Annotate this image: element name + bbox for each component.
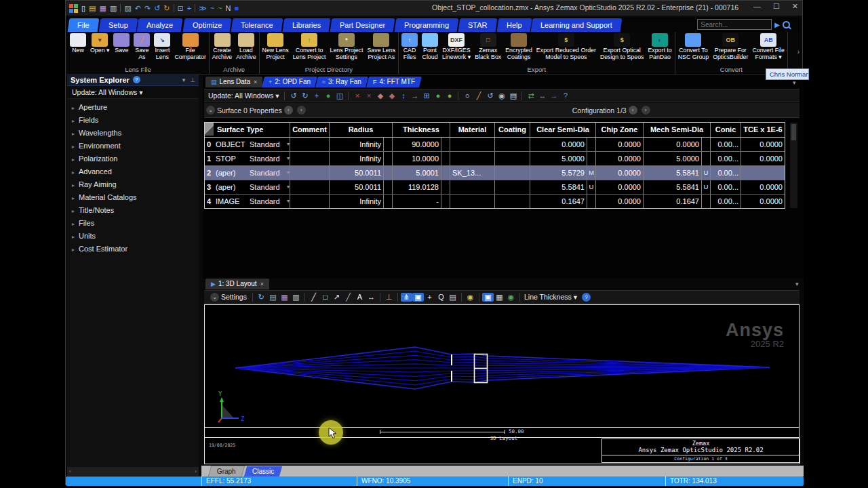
close-button[interactable]: ✕	[792, 2, 798, 11]
dxf-iges-linework-button[interactable]: DXFDXF/IGES Linework ▾	[441, 33, 472, 61]
save-icon[interactable]: ▦	[99, 3, 106, 13]
col-header-coating[interactable]: Coating	[495, 123, 530, 137]
sidebar-item-polarization[interactable]: ▸Polarization	[67, 152, 199, 165]
expand-icon[interactable]: ▸	[72, 234, 75, 240]
update-all-icon[interactable]: ↻	[299, 92, 311, 100]
lens-project-settings-button[interactable]: *Lens Project Settings	[329, 33, 365, 61]
col-header-conic[interactable]: Conic	[711, 123, 741, 137]
settings-button[interactable]: Settings	[221, 293, 247, 301]
record-icon[interactable]: ◉	[505, 293, 517, 302]
comment-cell[interactable]	[290, 152, 330, 165]
conic-cell[interactable]: 0.00...	[711, 195, 741, 208]
table-scrollbar[interactable]	[790, 123, 797, 208]
properties-next-icon[interactable]: ›	[297, 106, 306, 115]
cad-files-button[interactable]: ↑CAD Files	[400, 33, 419, 61]
mech-cell[interactable]: 5.5841	[644, 180, 702, 194]
circle-icon[interactable]: ○	[461, 92, 473, 100]
thickness-cell[interactable]: 5.0001	[393, 166, 441, 180]
expand-icon[interactable]: ▸	[72, 182, 75, 188]
save-icon[interactable]: ▦	[279, 293, 290, 302]
properties-prev-icon[interactable]: ‹	[284, 106, 293, 115]
coating-cell[interactable]	[495, 195, 530, 208]
expand-icon[interactable]: ▸	[72, 131, 75, 137]
sidebar-item-units[interactable]: ▸Units	[67, 230, 199, 243]
close-tab-icon[interactable]: ×	[260, 281, 264, 287]
comment-cell[interactable]	[290, 166, 330, 180]
expand-icon[interactable]: ▸	[72, 208, 75, 214]
layout-canvas[interactable]: YZ Ansys 2025 R2 50.00 3D Layout 19/08/2…	[204, 304, 800, 464]
mech-flag-cell[interactable]: U	[702, 180, 711, 194]
expand-icon[interactable]: ▸	[72, 221, 75, 227]
mech-flag-cell[interactable]: U	[702, 166, 711, 180]
thickness-cell[interactable]: -	[393, 195, 441, 208]
search-icon[interactable]	[783, 21, 790, 28]
surface-row-1[interactable]: 1STOPStandard▾Infinity10.00005.00000.000…	[205, 152, 785, 166]
layout-window-menu-icon[interactable]: ▾	[795, 281, 799, 287]
radius-flag-cell[interactable]	[384, 180, 393, 194]
surface-row-3[interactable]: 3(aper)Standard▾50.0011119.01285.5841U0.…	[205, 180, 785, 195]
load-archive-button[interactable]: Load Archive	[235, 33, 257, 61]
sidebar-item-wavelengths[interactable]: ▸Wavelengths	[67, 127, 199, 140]
fit-window-icon[interactable]: ▣	[482, 293, 494, 302]
comment-cell[interactable]	[290, 195, 330, 208]
explorer-scrollbar[interactable]: ‹›	[67, 467, 199, 476]
material-cell[interactable]	[450, 152, 495, 165]
pan-icon[interactable]: +	[424, 293, 435, 301]
new-file-icon[interactable]: ▯	[81, 3, 85, 13]
surface-row-4[interactable]: 4IMAGEStandard▾Infinity-0.16470.00000.16…	[205, 195, 785, 208]
resize-icon[interactable]: ↔	[536, 92, 548, 100]
run-icon[interactable]: ≫	[199, 3, 207, 13]
col-header-thickness[interactable]: Thickness	[393, 123, 450, 137]
print-icon[interactable]: ▥	[110, 3, 117, 13]
surface-row-2[interactable]: 2(aper)Standard▾50.00115.0001SK_13...5.5…	[205, 166, 785, 180]
sidebar-item-ray-aiming[interactable]: ▸Ray Aiming	[67, 178, 199, 191]
axis-icon[interactable]: ⊥	[383, 293, 395, 302]
tce-cell[interactable]	[741, 166, 785, 180]
radius-flag-cell[interactable]	[384, 138, 393, 151]
ribbon-tab-tolerance[interactable]: Tolerance	[231, 18, 283, 32]
open-folder-button[interactable]: ▾Open ▾	[89, 33, 111, 55]
radius-flag-cell[interactable]	[384, 195, 393, 208]
col-header-surface-type[interactable]: Surface Type	[205, 123, 290, 137]
expand-icon[interactable]: ▸	[72, 169, 75, 176]
coating-cell[interactable]	[495, 180, 530, 194]
chip-cell[interactable]: 0.0000	[596, 152, 644, 165]
swatch-icon[interactable]: ■	[235, 3, 239, 13]
swap-icon[interactable]: ⇄	[525, 92, 536, 100]
mech-cell[interactable]: 0.0000	[644, 138, 702, 151]
zoom-icon[interactable]: Q	[435, 293, 447, 301]
window-icon[interactable]: ▦	[494, 293, 505, 302]
explorer-update-dropdown[interactable]: Update: All Windows ▾	[67, 86, 199, 99]
tce-cell[interactable]: 0.0000	[741, 138, 785, 151]
radius-cell[interactable]: Infinity	[330, 195, 384, 208]
copy-icon[interactable]: ▤	[267, 293, 279, 302]
sidebar-item-fields[interactable]: ▸Fields	[67, 114, 199, 127]
thickness-flag-cell[interactable]	[441, 195, 450, 208]
thickness-cell[interactable]: 90.0000	[393, 138, 441, 151]
doc-icon[interactable]: ▤	[507, 92, 519, 100]
save-lens-project-as-button[interactable]: Save Lens Project As	[366, 33, 397, 61]
camera-icon[interactable]: ▤	[447, 293, 458, 302]
conic-cell[interactable]: 0.00...	[711, 152, 741, 165]
close-tab-icon[interactable]: ×	[254, 79, 257, 85]
radius-cell[interactable]: 50.0011	[330, 180, 384, 194]
ribbon-tab-part-designer[interactable]: Part Designer	[330, 18, 395, 32]
expand-icon[interactable]: ▸	[72, 157, 75, 163]
arrow-right-icon[interactable]: →	[409, 92, 420, 100]
pencil-icon[interactable]: ╱	[473, 92, 484, 100]
mech-flag-cell[interactable]	[702, 195, 711, 208]
move-icon[interactable]: +	[311, 92, 322, 100]
convert-nsc-button[interactable]: Convert To NSC Group	[677, 33, 710, 61]
clear-cell[interactable]: 5.5729	[530, 166, 587, 180]
table-corner[interactable]	[205, 123, 214, 136]
ribbon-tab-learning-and-support[interactable]: Learning and Support	[531, 18, 623, 32]
expand-icon[interactable]: ▸	[72, 195, 75, 201]
line-thickness-dropdown[interactable]: Line Thickness ▾	[524, 293, 577, 301]
minimize-button[interactable]: —	[753, 2, 761, 11]
clear-cell[interactable]: 5.5841	[530, 180, 587, 194]
surface-properties-label[interactable]: Surface 0 Properties	[217, 106, 282, 115]
configuration-prev-icon[interactable]: ‹	[629, 106, 637, 115]
panel-menu-icon[interactable]: ▾	[182, 77, 186, 83]
goto-icon[interactable]: →	[548, 92, 559, 100]
settings-collapse-icon[interactable]: ⌄	[210, 293, 219, 302]
